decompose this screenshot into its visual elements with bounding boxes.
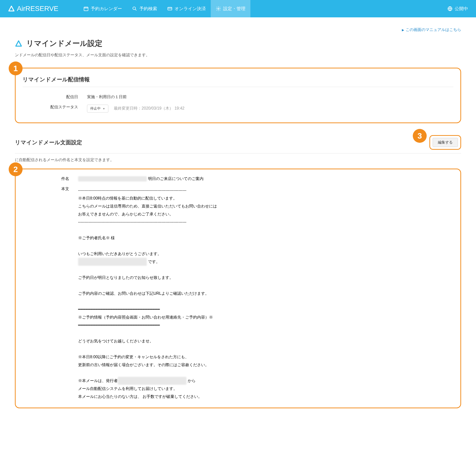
- callout-2: 2: [9, 162, 23, 176]
- manual-link[interactable]: この画面のマニュアルはこちら: [402, 28, 461, 32]
- callout-1: 1: [9, 61, 23, 75]
- nav-search[interactable]: 予約検索: [127, 0, 162, 17]
- delivery-day-value: 実施・利用日の１日前: [87, 94, 453, 100]
- last-modified: 最終変更日時：2020/03/19（木） 19:42: [114, 106, 184, 110]
- nav-label: 予約検索: [139, 6, 157, 12]
- page-title-row: リマインドメール設定: [15, 38, 461, 49]
- callout-3: 3: [413, 129, 427, 143]
- redacted-text: XXXXXXXXXXXXXXX（XXXXXXXX）: [118, 377, 186, 385]
- globe-icon: [447, 6, 453, 11]
- delivery-status-select[interactable]: 停止中: [87, 105, 108, 113]
- page-content: この画面のマニュアルはこちら リマインドメール設定 ンドメールの配信日や配信ステ…: [0, 17, 476, 430]
- svg-point-3: [218, 8, 219, 9]
- app-header: AirRESERVE 予約カレンダー 予約検索 オンライン決済 設定・管理: [0, 0, 476, 17]
- body-text: ----------------------------------------…: [78, 186, 453, 401]
- edit-button-highlight: 3 編集する: [429, 135, 461, 150]
- delivery-day-row: 配信日 実施・利用日の１日前: [23, 92, 453, 102]
- nav-label: 予約カレンダー: [91, 6, 122, 12]
- subject-label: 件名: [23, 176, 78, 181]
- nav-settings[interactable]: 設定・管理: [211, 0, 250, 17]
- nav-payment[interactable]: オンライン決済: [162, 0, 211, 17]
- calendar-icon: [83, 6, 89, 11]
- delivery-status-row: 配信ステータス 停止中 最終変更日時：2020/03/19（木） 19:42: [23, 102, 453, 115]
- nav-label: オンライン決済: [175, 6, 206, 12]
- redacted-text: XXXXXXXXXXXXXXX（XXXXXXXX）: [78, 258, 147, 266]
- subject-redacted: XXXXXXXXXXXXXXX（XXXXXXXX）: [78, 176, 147, 181]
- triangle-icon: [15, 40, 22, 47]
- svg-rect-2: [168, 7, 172, 10]
- publish-status-label: 公開中: [455, 6, 468, 12]
- app-name: AirRESERVE: [17, 5, 59, 13]
- search-icon: [132, 6, 137, 11]
- svg-rect-0: [84, 7, 88, 11]
- section1-title: リマインドメール配信情報: [23, 76, 453, 87]
- delivery-info-section: 1 リマインドメール配信情報 配信日 実施・利用日の１日前 配信ステータス 停止…: [15, 68, 461, 123]
- delivery-day-label: 配信日: [23, 94, 87, 100]
- nav-label: 設定・管理: [223, 6, 245, 12]
- body-row: 本文 -------------------------------------…: [23, 186, 453, 401]
- publish-status[interactable]: 公開中: [447, 6, 468, 12]
- mail-body-section: リマインドメール文面設定 3 編集する に自動配信されるメールの件名と本文を設定…: [15, 135, 461, 408]
- edit-button[interactable]: 編集する: [433, 138, 458, 147]
- gear-icon: [216, 6, 221, 11]
- card-icon: [167, 6, 173, 11]
- mail-body-highlight-box: 2 件名 XXXXXXXXXXXXXXX（XXXXXXXX） 明日のご来店につい…: [15, 169, 461, 408]
- svg-point-1: [133, 7, 135, 10]
- air-logo-icon: [8, 5, 15, 12]
- page-title: リマインドメール設定: [26, 38, 102, 49]
- nav-calendar[interactable]: 予約カレンダー: [78, 0, 127, 17]
- subject-suffix: 明日のご来店についてのご案内: [147, 177, 203, 181]
- page-description: ンドメールの配信日や配信ステータス、メール文面の設定を確認できます。: [15, 53, 461, 58]
- subject-row: 件名 XXXXXXXXXXXXXXX（XXXXXXXX） 明日のご来店についての…: [23, 176, 453, 186]
- body-label: 本文: [23, 186, 78, 401]
- app-logo[interactable]: AirRESERVE: [8, 5, 59, 13]
- delivery-status-label: 配信ステータス: [23, 105, 87, 113]
- section2-desc: に自動配信されるメールの件名と本文を設定できます。: [15, 157, 461, 163]
- section2-title: リマインドメール文面設定: [15, 139, 429, 146]
- subject-value: XXXXXXXXXXXXXXX（XXXXXXXX） 明日のご来店についてのご案内: [78, 176, 453, 181]
- main-nav: 予約カレンダー 予約検索 オンライン決済 設定・管理: [78, 0, 250, 17]
